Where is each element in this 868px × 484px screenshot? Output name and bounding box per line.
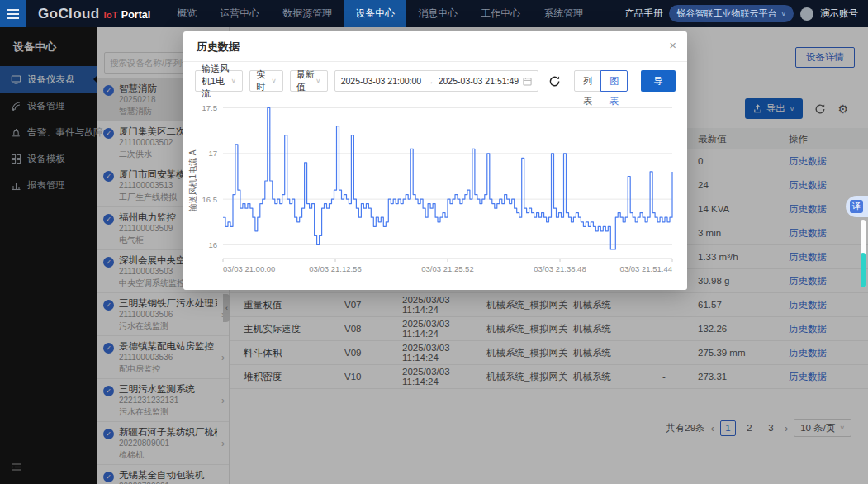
svg-text:16: 16 (208, 240, 217, 249)
aggregation-select[interactable]: 最新值 ∨ (290, 70, 328, 92)
range-end: 2025-03-03 21:51:49 (439, 76, 519, 86)
modal-title: 历史数据 (183, 31, 687, 62)
topnav-item-label: 概览 (177, 7, 197, 19)
svg-text:03/03 21:25:52: 03/03 21:25:52 (421, 264, 473, 273)
history-chart: 1616.51717.503/03 21:00:0003/03 21:12:56… (185, 95, 685, 283)
topnav-item-label: 运营中心 (220, 7, 259, 19)
mode-select-value: 实时 (256, 69, 271, 93)
product-manual-link[interactable]: 产品手册 (624, 7, 662, 20)
svg-text:03/03 21:38:48: 03/03 21:38:48 (534, 264, 586, 273)
topnav-item[interactable]: 运营中心 (208, 0, 271, 27)
calendar-icon (523, 77, 532, 86)
chevron-down-icon: ∨ (271, 78, 277, 84)
attribute-select-value: 输送风机1电流 (202, 63, 231, 100)
topnav-item-label: 消息中心 (418, 7, 458, 19)
platform-select-value: 锐谷智联工业物联云平台 (676, 7, 776, 20)
topnav-item-label: 设备中心 (355, 7, 395, 19)
translate-icon: 译 (850, 200, 863, 213)
topnav-item[interactable]: 工作中心 (469, 0, 532, 27)
attribute-select[interactable]: 输送风机1电流 ∨ (195, 70, 243, 92)
svg-text:17.5: 17.5 (202, 103, 218, 112)
logo-portal: Portal (121, 9, 150, 21)
topnav-item[interactable]: 设备中心 (344, 0, 406, 27)
svg-text:输送风机1电流 A: 输送风机1电流 A (188, 149, 197, 211)
modal-export-button[interactable]: 导出 (641, 70, 676, 92)
hamburger-menu-icon[interactable] (0, 0, 26, 27)
chevron-down-icon: ∨ (780, 11, 786, 17)
translate-float-button[interactable]: 译 (846, 196, 868, 217)
top-navigation: 概览 运营中心 数据源管理 设备中心 消息中心 工 (165, 0, 595, 27)
app-screen: GoCloud IoT Portal 概览 运营中心 数据源管理 设备中心 (0, 0, 868, 484)
topnav-item-label: 系统管理 (543, 7, 583, 19)
platform-select[interactable]: 锐谷智联工业物联云平台 ∨ (669, 5, 794, 22)
chart-container: 1616.51717.503/03 21:00:0003/03 21:12:56… (183, 93, 687, 287)
topbar-right: 产品手册 锐谷智联工业物联云平台 ∨ 演示账号 (624, 5, 868, 22)
svg-text:17: 17 (208, 149, 217, 158)
account-name[interactable]: 演示账号 (820, 7, 858, 20)
svg-text:03/03 21:51:44: 03/03 21:51:44 (620, 264, 672, 273)
topbar: GoCloud IoT Portal 概览 运营中心 数据源管理 设备中心 (0, 0, 868, 27)
avatar[interactable] (800, 7, 813, 21)
scrollbar-thumb[interactable] (861, 253, 866, 287)
svg-text:03/03 21:12:56: 03/03 21:12:56 (309, 264, 361, 273)
date-range-picker[interactable]: 2025-03-03 21:00:00 → 2025-03-03 21:51:4… (334, 70, 539, 92)
chevron-down-icon: ∨ (231, 78, 237, 84)
mode-select[interactable]: 实时 ∨ (249, 70, 283, 92)
view-toggle-chart[interactable]: 图表 (600, 70, 628, 92)
topnav-item[interactable]: 概览 (165, 0, 208, 27)
custom-scrollbar[interactable] (861, 220, 866, 287)
close-icon[interactable]: × (669, 38, 676, 52)
topnav-item[interactable]: 消息中心 (406, 0, 469, 27)
view-toggle: 列表 图表 (574, 70, 628, 92)
history-data-modal: 历史数据 × 输送风机1电流 ∨ 实时 ∨ 最新值 ∨ 2025-03-03 2… (183, 31, 687, 290)
logo-iot: IoT (104, 10, 118, 20)
refresh-icon[interactable] (548, 75, 561, 88)
view-toggle-list[interactable]: 列表 (574, 70, 601, 92)
app-logo: GoCloud IoT Portal (38, 6, 150, 22)
topnav-item-label: 数据源管理 (282, 7, 332, 19)
svg-text:16.5: 16.5 (202, 195, 218, 204)
chevron-down-icon: ∨ (315, 78, 321, 84)
topnav-item[interactable]: 数据源管理 (271, 0, 344, 27)
range-start: 2025-03-03 21:00:00 (341, 76, 422, 86)
svg-text:03/03 21:00:00: 03/03 21:00:00 (223, 264, 275, 273)
arrow-right-icon: → (425, 76, 434, 86)
logo-gocloud: GoCloud (38, 6, 100, 22)
modal-controls: 输送风机1电流 ∨ 实时 ∨ 最新值 ∨ 2025-03-03 21:00:00… (183, 62, 687, 93)
aggregation-select-value: 最新值 (296, 69, 315, 93)
topnav-item-label: 工作中心 (481, 7, 520, 19)
topnav-item[interactable]: 系统管理 (532, 0, 595, 27)
